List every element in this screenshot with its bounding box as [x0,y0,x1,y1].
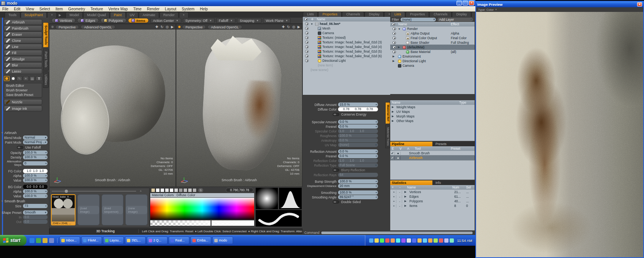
vertices-mode-button[interactable]: Vertices [51,18,76,23]
expand-icon[interactable]: ▶ [392,106,395,109]
shader-row-camera[interactable]: Camera [390,63,475,68]
tab-lists[interactable]: Lists [390,12,405,17]
items-mode-button[interactable]: Items [128,18,149,23]
brush-stroke-preview[interactable] [256,210,302,227]
reflection-fresnel-field[interactable]: 0.0 % [338,154,378,158]
shader-row-render[interactable]: ▼Render [390,26,475,31]
eye-icon[interactable] [305,27,309,30]
action-center-dropdown[interactable]: Action Center▼ [150,18,181,23]
eye-icon[interactable] [305,55,309,58]
text-tip-button[interactable]: T [36,76,42,81]
expand-icon[interactable]: ▶ [403,190,407,194]
menu-item[interactable]: Vertex Map [108,7,128,11]
shader-row-base-material[interactable]: Base Material(all) [390,50,475,54]
pattern-tip-button[interactable]: ▦ [30,76,35,81]
brush-link[interactable]: Brush Editor [4,83,42,88]
tray-icon[interactable] [391,238,395,243]
shader-row-directional-light[interactable]: ▶Directional Light [390,59,475,63]
viewport-shading-tab[interactable]: Advanced OpenGL [207,25,242,29]
menu-item[interactable]: Render [147,7,159,11]
star-tip-button[interactable]: ✦ [23,76,29,81]
tray-icon[interactable] [407,238,411,243]
blend-mode-select[interactable]: Normal [23,136,48,140]
expand-icon[interactable]: ▶ [403,195,407,198]
task-button[interactable]: Real... [169,237,189,244]
work-plane-dropdown[interactable]: Work Plane▼ [263,18,291,23]
layout-tab-animate[interactable]: Animate [139,12,159,18]
conserve-energy-toggle[interactable] [333,113,339,116]
rotate-icon[interactable]: ↻ [287,25,290,29]
quick-launch-icon[interactable] [43,238,48,243]
expand-icon[interactable]: ▶ [392,119,395,122]
command-input[interactable] [321,231,473,235]
tab-properties[interactable]: Properties [406,12,429,17]
edges-mode-button[interactable]: Edges [77,18,99,23]
hue-saturation-field[interactable] [150,198,254,220]
sidebar-vertical-tab[interactable]: Sculpt Tools [43,22,49,48]
menu-item[interactable]: File [2,7,8,11]
bg-alpha-field[interactable]: 100.0 % [23,189,48,194]
paint-tool-button[interactable]: Paintbrush [4,25,42,31]
shader-row-final-color-output[interactable]: Final Color OutputFinal Color [390,36,475,40]
maximize-button[interactable]: □ [463,1,468,5]
snapping-dropdown[interactable]: Snapping▼ [237,18,261,23]
eye-icon[interactable] [393,50,396,53]
new-item-row[interactable]: (new item) [303,63,390,68]
pipeline-row-smooth-brush[interactable]: ✔ ● Smooth Brush [390,151,475,155]
eye-icon[interactable] [305,59,309,62]
eye-icon[interactable] [305,31,309,35]
color-swatch[interactable] [192,188,197,192]
item-row-texture[interactable]: Texture: Image: head_bake_final_02d (3) [303,40,390,45]
item-row-scene[interactable]: ▼head_06.lwo* [303,22,390,26]
paint-tool-button[interactable]: Eraser [4,31,42,37]
expand-icon[interactable]: ▶ [392,110,395,113]
paint-tool-button[interactable]: Airbrush [4,19,42,25]
menu-item[interactable]: Geometry [68,7,85,11]
tray-icon[interactable] [417,238,422,243]
layout-tab-paint[interactable]: Paint [110,12,126,18]
tray-icon[interactable] [444,238,449,243]
statistics-row[interactable]: + - ▶ Edges 61... ... [390,194,475,199]
tab-lists[interactable]: Lists [303,12,318,17]
image-card-selected[interactable]: head_bake_fi ... 2048 x 2048, ... [51,194,76,225]
eye-icon[interactable] [305,41,309,44]
tray-icon[interactable] [412,238,416,243]
layout-tab-model-quad[interactable]: Model Quad [83,12,110,18]
eye-icon[interactable] [393,41,396,44]
tray-icon[interactable] [375,238,379,243]
zoom-icon[interactable]: ◎ [292,25,295,29]
slider-knob[interactable] [65,190,68,193]
thumbnail-size-slider[interactable]: ▵ [52,190,136,193]
falloff-dropdown[interactable]: Falloff▼ [216,18,235,23]
visible-dot-icon[interactable]: ● [396,156,401,160]
color-swatch[interactable] [179,188,183,192]
new-image-card[interactable]: (new image) [125,194,148,225]
smoothing-field[interactable]: 100.0 % [338,190,378,195]
task-button[interactable]: modo [212,237,233,244]
color-swatch[interactable] [174,188,178,192]
density-field[interactable]: 100.0 % [23,155,48,159]
tab-presets[interactable]: Presets [432,142,450,146]
pan-icon[interactable]: ✚ [282,25,285,29]
eye-icon[interactable] [305,50,309,53]
tray-icon[interactable] [380,238,384,243]
layout-tab-render[interactable]: Render [159,12,179,18]
tray-icon[interactable] [450,238,454,243]
item-row-texture[interactable]: Texture: Image: head_bake_final_02d (4) [303,45,390,49]
size-field[interactable]: 73 [23,204,48,208]
polygons-mode-button[interactable]: Polygons [100,18,127,23]
add-icon[interactable]: + [392,190,396,194]
preview-type-label[interactable]: Type: Color [478,8,494,12]
menu-item[interactable]: Help [200,7,208,11]
brush-profile-preview[interactable] [279,188,302,209]
paint-mode-select[interactable]: Normal Proj ... [23,140,48,144]
map-list-row[interactable]: ▶ Weight Maps [390,105,475,109]
add-icon[interactable]: + [392,195,396,198]
alpha-handle[interactable] [210,220,212,226]
rotate-icon[interactable]: ↻ [161,25,164,29]
menu-item[interactable]: Texture [90,7,103,11]
color-swatch[interactable] [169,188,174,192]
viewport-type-tab[interactable]: Perspective [182,25,206,29]
item-row-camera[interactable]: Camera [303,31,390,35]
tab-material-ref[interactable]: Material Ref [385,102,390,124]
